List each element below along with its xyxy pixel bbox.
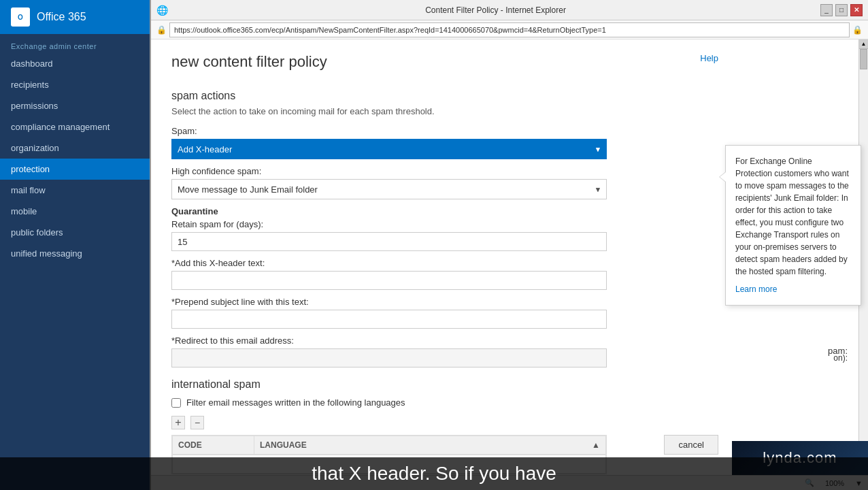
office-logo: O [11,7,30,27]
ie-icon: 🌐 [156,5,168,16]
inner-address-input[interactable]: https://outlook.office365.com/ecp/Antisp… [169,22,850,37]
lock-icon: 🔒 [852,25,863,35]
tooltip-arrow [719,172,726,182]
sidebar-item-dashboard[interactable]: dashboard [0,53,150,74]
tooltip-box: For Exchange Online Protection customers… [725,145,861,306]
content-area: admin 👤 ⚙ ? 🌐 Content Filter Policy - In… [150,0,868,490]
retain-input[interactable] [171,232,607,251]
bottom-caption: that X header. So if you have [0,457,868,490]
sidebar-item-organization[interactable]: organization [0,137,150,159]
spam-actions-section: spam actions Select the action to take o… [171,90,607,474]
office-logo-text: O [18,14,23,21]
sidebar: O Office 365 Exchange admin center dashb… [0,0,150,490]
help-link[interactable]: Help [700,53,718,63]
spam-field: Spam: Add X-header Move message to Junk … [171,126,607,159]
x-header-label: *Add this X-header text: [171,258,607,268]
add-language-button[interactable]: + [171,416,185,429]
spam-select[interactable]: Add X-header Move message to Junk Email … [171,139,607,159]
sidebar-nav: dashboard recipients permissions complia… [0,53,150,264]
cancel-button[interactable]: cancel [664,435,718,455]
high-confidence-select[interactable]: Move message to Junk Email folder Add X-… [171,179,607,199]
close-button[interactable]: ✕ [850,4,863,16]
inner-window-title: Content Filter Policy - Internet Explore… [171,5,820,15]
spam-actions-title: spam actions [171,90,607,102]
sidebar-item-unified-messaging[interactable]: unified messaging [0,243,150,264]
sidebar-item-permissions[interactable]: permissions [0,95,150,116]
sidebar-item-protection[interactable]: protection [0,159,150,180]
retain-label: Retain spam for (days): [171,219,607,229]
minimize-button[interactable]: _ [820,4,833,16]
sort-column: ▲ [586,440,605,450]
high-confidence-label: High confidence spam: [171,166,607,176]
code-column-header: CODE [173,436,254,454]
redirect-input[interactable] [171,348,607,368]
maximize-button[interactable]: □ [835,4,848,16]
inner-title-bar: 🌐 Content Filter Policy - Internet Explo… [151,0,868,20]
scrollbar-thumb[interactable] [860,49,867,69]
sidebar-item-compliance[interactable]: compliance management [0,116,150,137]
scrollbar-up-arrow[interactable]: ▲ [859,39,868,49]
spam-label: Spam: [171,126,607,136]
quarantine-label: Quarantine [171,206,607,216]
tooltip-arrow-inner [720,172,726,182]
main-layout: O Office 365 Exchange admin center dashb… [0,0,868,490]
sidebar-item-public-folders[interactable]: public folders [0,222,150,243]
learn-more-link[interactable]: Learn more [735,283,851,295]
footer-buttons: cancel [664,435,718,455]
filter-languages-row: Filter email messages written in the fol… [171,397,607,408]
high-confidence-select-wrapper: Move message to Junk Email folder Add X-… [171,179,607,199]
table-header: CODE LANGUAGE ▲ [172,436,606,455]
prepend-field: *Prepend subject line with this text: [171,297,607,329]
eac-subtitle: Exchange admin center [0,34,150,53]
prepend-label: *Prepend subject line with this text: [171,297,607,307]
inner-browser-window: 🌐 Content Filter Policy - Internet Explo… [150,0,868,490]
high-confidence-field: High confidence spam: Move message to Ju… [171,166,607,199]
office365-header: O Office 365 [0,0,150,34]
redirect-field: *Redirect to this email address: [171,336,607,368]
x-header-input[interactable] [171,271,607,290]
filter-languages-checkbox[interactable] [171,398,181,408]
prepend-input[interactable] [171,310,607,329]
quarantine-section: Quarantine Retain spam for (days): [171,206,607,251]
inner-content: Help new content filter policy spam acti… [151,39,868,475]
page-title: new content filter policy [171,53,848,76]
language-column-header: LANGUAGE [254,440,586,450]
spam-select-wrapper: Add X-header Move message to Junk Email … [171,139,607,159]
remove-language-button[interactable]: − [190,416,204,429]
tooltip-text: For Exchange Online Protection customers… [735,157,849,276]
right-on-label: on): [833,353,848,363]
office-title: Office 365 [37,11,86,23]
sidebar-item-mail-flow[interactable]: mail flow [0,180,150,201]
sidebar-item-mobile[interactable]: mobile [0,201,150,222]
add-remove-row: + − [171,416,607,429]
filter-languages-label: Filter email messages written in the fol… [186,397,405,408]
redirect-label: *Redirect to this email address: [171,336,607,346]
inner-address-text: https://outlook.office365.com/ecp/Antisp… [174,26,606,34]
inner-title-controls: _ □ ✕ [820,4,863,16]
security-icon: 🔒 [156,25,167,35]
international-spam-title: international spam [171,378,607,391]
sidebar-item-recipients[interactable]: recipients [0,74,150,95]
x-header-field: *Add this X-header text: [171,258,607,290]
inner-address-bar: 🔒 https://outlook.office365.com/ecp/Anti… [151,20,868,39]
spam-actions-desc: Select the action to take on incoming ma… [171,106,607,116]
